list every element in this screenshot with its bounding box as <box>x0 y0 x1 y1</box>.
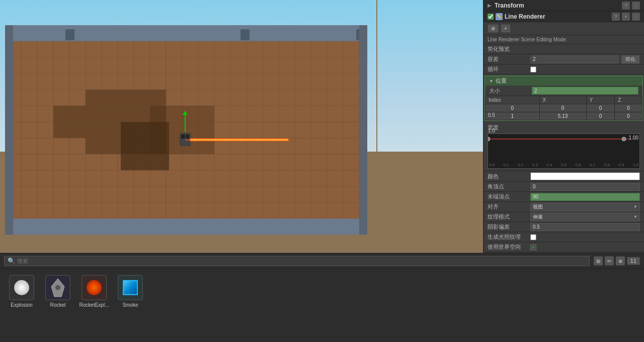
transform-expand-icon[interactable]: ▶ <box>488 3 492 8</box>
shadow-bias-input[interactable] <box>530 223 640 231</box>
position-size-row: 大小 <box>485 86 642 96</box>
svg-rect-42 <box>150 106 214 154</box>
asset-item-explosion[interactable]: Explosion <box>4 273 39 310</box>
bottom-icon-2[interactable]: ✏ <box>605 256 614 265</box>
svg-point-57 <box>622 137 626 141</box>
width-curve-area[interactable]: 1.00 0.0 0.1 0.2 0.3 0.4 0.5 0.6 0.7 0.8… <box>488 133 640 169</box>
pos-row-0-y[interactable]: 0 <box>586 104 614 112</box>
asset-icon-rocket <box>45 275 70 300</box>
assets-tray: Explosion Rocket RocketExpl... Smoke <box>0 269 644 342</box>
svg-rect-43 <box>5 219 367 235</box>
svg-rect-44 <box>5 25 13 235</box>
svg-rect-47 <box>181 134 185 139</box>
line-renderer-toolbar: ⊕ + <box>484 22 644 35</box>
alignment-dropdown[interactable]: 视图 ▼ <box>530 202 640 212</box>
generate-lighting-row: 生成光照纹理 <box>484 232 644 242</box>
curve-axis: 0.0 0.1 0.2 0.3 0.4 0.5 0.6 0.7 0.8 0.9 … <box>488 163 639 167</box>
smoke-icon <box>123 280 138 295</box>
pos-row-0-x[interactable]: 0 <box>539 104 586 112</box>
pos-col-y: Y <box>586 96 614 104</box>
width-value-05: 0.5 <box>488 112 495 118</box>
pos-col-z: Z <box>615 96 642 104</box>
position-label: 位置 <box>496 77 507 85</box>
shadow-bias-row: 阴影偏差 <box>484 222 644 232</box>
svg-rect-48 <box>186 134 189 139</box>
tolerance-label: 容差 <box>488 55 530 63</box>
simplify-btn[interactable]: 简化 <box>621 55 640 64</box>
simplify-preview-row: 简化预览 <box>484 44 644 54</box>
position-collapse-icon[interactable]: ▼ <box>489 79 494 84</box>
bottom-icon-3[interactable]: ⊕ <box>616 256 625 265</box>
position-header: ▼ 位置 <box>485 76 642 86</box>
generate-lighting-label: 生成光照纹理 <box>488 233 530 241</box>
loop-checkbox[interactable] <box>530 66 536 73</box>
bottom-icons: ⊞ ✏ ⊕ 11 <box>594 256 640 265</box>
width-section: 宽度 1.0 0.5 1.00 0.0 <box>484 122 644 171</box>
pos-row-0-index[interactable]: 0 <box>486 104 540 112</box>
line-renderer-add-icon[interactable]: + <box>622 13 630 21</box>
svg-rect-1 <box>65 29 74 40</box>
texture-mode-dropdown[interactable]: 伸展 ▼ <box>530 213 640 222</box>
loop-row: 循环 <box>484 64 644 75</box>
asset-item-smoke[interactable]: Smoke <box>113 273 148 310</box>
end-corners-input[interactable] <box>530 193 640 201</box>
transform-help-icon[interactable]: ? <box>622 2 630 10</box>
rocket-icon <box>50 278 65 298</box>
svg-rect-45 <box>359 25 367 235</box>
pos-row-1-z[interactable]: 0 <box>615 112 642 120</box>
pos-col-x: X <box>539 96 586 104</box>
scene-viewport[interactable] <box>0 0 483 253</box>
color-label: 颜色 <box>488 173 530 180</box>
texture-mode-value: 伸展 <box>533 214 543 221</box>
line-renderer-menu-icon[interactable]: ⋮ <box>632 13 640 21</box>
use-world-space-row: 使用世界空间 ✓ <box>484 242 644 252</box>
bottom-icon-1[interactable]: ⊞ <box>594 256 603 265</box>
svg-rect-2 <box>240 29 250 40</box>
end-corners-label: 末端顶点 <box>488 193 530 200</box>
asset-icon-explosion <box>9 275 34 300</box>
search-box[interactable]: 🔍 <box>4 256 590 266</box>
pos-row-1-x[interactable]: 5.13 <box>539 112 586 120</box>
add-point-btn[interactable]: + <box>501 24 511 33</box>
tolerance-input[interactable] <box>530 55 619 63</box>
width-value-1: 1.0 <box>488 128 495 133</box>
position-size-input[interactable] <box>532 87 638 95</box>
corners-input[interactable] <box>530 183 640 191</box>
pos-row-1-y[interactable]: 0 <box>586 112 614 120</box>
use-world-space-checkbox[interactable]: ✓ <box>530 244 536 250</box>
explosion-icon <box>14 280 29 295</box>
position-section: ▼ 位置 大小 Index X Y Z 0 <box>485 76 643 121</box>
asset-item-rocket[interactable]: Rocket <box>40 273 75 310</box>
texture-mode-row: 纹理模式 伸展 ▼ <box>484 212 644 222</box>
pos-row-0-z[interactable]: 0 <box>615 104 642 112</box>
editing-mode-label: Line Renderer Scene Editing Mode: <box>484 35 644 44</box>
asset-label-rocket: Rocket <box>50 302 65 308</box>
line-renderer-enable-checkbox[interactable] <box>488 14 494 20</box>
texture-mode-label: 纹理模式 <box>488 213 530 221</box>
corners-row: 角顶点 <box>484 182 644 192</box>
alignment-value: 视图 <box>533 203 543 211</box>
pos-row-0: 0 0 0 0 <box>486 104 642 112</box>
bottom-bar: 🔍 ⊞ ✏ ⊕ 11 <box>0 253 644 269</box>
generate-lighting-checkbox[interactable] <box>530 234 536 240</box>
svg-rect-0 <box>5 25 367 41</box>
svg-rect-41 <box>53 106 86 138</box>
line-renderer-icon: 📏 <box>496 13 503 20</box>
edit-points-btn[interactable]: ⊕ <box>488 24 499 33</box>
simplify-preview-label: 简化预览 <box>488 45 530 53</box>
alignment-row: 对齐 视图 ▼ <box>484 202 644 212</box>
svg-point-59 <box>55 285 60 290</box>
alignment-label: 对齐 <box>488 203 530 211</box>
asset-label-explosion: Explosion <box>11 302 32 308</box>
asset-icon-smoke <box>118 275 143 300</box>
search-input[interactable] <box>17 258 586 264</box>
shadow-bias-label: 阴影偏差 <box>488 223 530 231</box>
layer-badge: 11 <box>627 257 640 265</box>
right-panel: ▶ Transform ? ⋮ 📏 Line Renderer ? + ⋮ ⊕ <box>483 0 644 253</box>
asset-item-rocketexpl[interactable]: RocketExpl... <box>76 273 112 310</box>
tilemap <box>0 0 377 247</box>
line-renderer-help-icon[interactable]: ? <box>612 13 620 21</box>
transform-title: Transform <box>495 2 524 9</box>
color-preview[interactable] <box>530 172 640 180</box>
transform-menu-icon[interactable]: ⋮ <box>632 2 640 10</box>
